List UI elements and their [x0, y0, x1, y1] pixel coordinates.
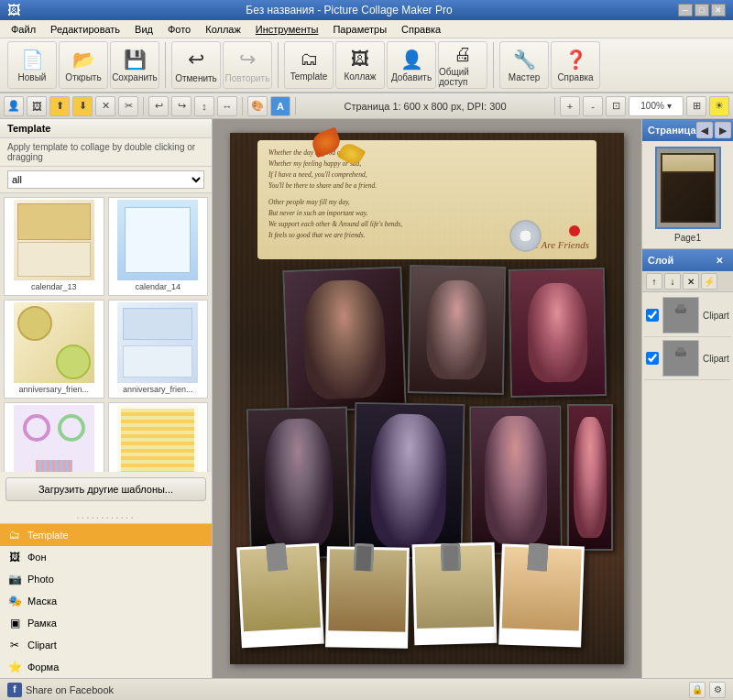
- template-thumb-aprilfools02: [14, 405, 94, 472]
- open-label: Открыть: [65, 72, 101, 82]
- help-button[interactable]: ❓ Справка: [551, 41, 600, 89]
- zoom-in-btn[interactable]: +: [560, 96, 580, 116]
- menu-photo[interactable]: Фото: [160, 22, 198, 37]
- filter-select[interactable]: all calendar anniversary april fools: [7, 170, 204, 189]
- menu-collage[interactable]: Коллаж: [198, 22, 248, 37]
- layer-item-fon[interactable]: 🖼 Фон: [0, 546, 212, 568]
- layer-item-template[interactable]: 🗂 Template: [0, 524, 212, 546]
- open-icon: 📂: [72, 49, 95, 71]
- template-item-calendar14[interactable]: calendar_14: [108, 197, 209, 296]
- t2-btn-11[interactable]: 🎨: [247, 96, 268, 116]
- layer-entry-2[interactable]: Clipart: [644, 337, 731, 380]
- t2-extra-2[interactable]: ☀: [709, 96, 729, 116]
- layer-thumb-1: [662, 297, 699, 334]
- minimize-button[interactable]: ─: [678, 4, 693, 16]
- template-item-aprilfools02[interactable]: april fools_02: [4, 402, 104, 472]
- share-button[interactable]: 🖨 Общий доступ: [438, 41, 487, 89]
- photo-upper-right-2[interactable]: [509, 268, 607, 398]
- photo-upper-right-1[interactable]: [408, 265, 506, 395]
- window-controls: ─ □ ✕: [678, 4, 726, 16]
- page-thumbnail[interactable]: [655, 147, 721, 229]
- template-item-anniversary2[interactable]: anniversary_frien...: [108, 300, 209, 399]
- close-button[interactable]: ✕: [711, 4, 726, 16]
- photo-mid-2[interactable]: [353, 402, 465, 560]
- t2-btn-9[interactable]: ↕: [194, 96, 214, 116]
- layer-delete-btn[interactable]: ✕: [683, 273, 699, 290]
- zoom-out-btn[interactable]: -: [583, 96, 603, 116]
- open-button[interactable]: 📂 Открыть: [59, 41, 108, 89]
- t2-extra-1[interactable]: ⊞: [686, 96, 706, 116]
- menu-tools[interactable]: Инструменты: [248, 22, 326, 37]
- fon-layer-icon: 🖼: [7, 550, 22, 564]
- bottom-btn-1[interactable]: 🔒: [689, 682, 706, 698]
- template-thumb-calendar14: [117, 200, 198, 280]
- bottom-btn-2[interactable]: ⚙: [709, 682, 726, 698]
- t2-btn-2[interactable]: 🖼: [27, 96, 47, 116]
- collage-button[interactable]: 🖼 Коллаж: [335, 41, 385, 89]
- photo-mid-4[interactable]: [567, 404, 613, 551]
- template-label-calendar14: calendar_14: [133, 280, 182, 293]
- t2-btn-6[interactable]: ✂: [118, 96, 138, 116]
- layer-check-1[interactable]: [646, 309, 659, 322]
- t2-sep-4: [554, 97, 555, 115]
- undo-button[interactable]: ↩ Отменить: [171, 41, 221, 89]
- load-more-button[interactable]: Загрузить другие шаблоны...: [5, 477, 206, 501]
- menu-params[interactable]: Параметры: [325, 22, 394, 37]
- template-label-anniversary2: anniversary_frien...: [121, 383, 195, 396]
- page-info: Страница 1: 600 x 800 px, DPI: 300: [301, 101, 550, 112]
- layer-panel-title: Слой: [648, 255, 673, 266]
- template-layer-icon: 🗂: [7, 528, 22, 542]
- page-nav-next[interactable]: ▶: [715, 122, 731, 138]
- template-item-calendar13[interactable]: calendar_13: [4, 197, 104, 296]
- layer-close[interactable]: ✕: [711, 252, 728, 268]
- t2-btn-10[interactable]: ↔: [217, 96, 237, 116]
- layer-down-btn[interactable]: ↓: [664, 273, 681, 290]
- facebook-label: Share on Facebook: [26, 684, 114, 695]
- page-thumb-inner: [661, 153, 716, 223]
- redo-button[interactable]: ↪ Повторить: [223, 41, 272, 89]
- layer-entry-1[interactable]: Clipart: [644, 294, 731, 337]
- layer-check-2[interactable]: [646, 352, 659, 365]
- layer-up-btn[interactable]: ↑: [646, 273, 662, 290]
- template-item-aprilfools03[interactable]: april fools_03: [108, 402, 209, 472]
- t2-btn-4[interactable]: ⬇: [72, 96, 93, 116]
- menubar: Файл Редактировать Вид Фото Коллаж Инстр…: [0, 20, 733, 38]
- layer-item-photo[interactable]: 📷 Photo: [0, 568, 212, 590]
- t2-btn-8[interactable]: ↪: [171, 96, 191, 116]
- facebook-share-button[interactable]: f Share on Facebook: [7, 683, 114, 697]
- layer-item-frame[interactable]: ▣ Рамка: [0, 612, 212, 634]
- save-button[interactable]: 💾 Сохранить: [110, 41, 159, 89]
- mask-layer-label: Маска: [27, 596, 57, 607]
- photo-large-center[interactable]: [282, 267, 406, 412]
- t2-btn-12[interactable]: A: [270, 96, 290, 116]
- wizard-icon: 🔧: [513, 49, 536, 71]
- template-button[interactable]: 🗂 Template: [284, 41, 334, 89]
- layer-item-clipart[interactable]: ✂ Clipart: [0, 634, 212, 656]
- save-label: Сохранить: [112, 72, 158, 82]
- t2-sep-3: [295, 97, 296, 115]
- menu-edit[interactable]: Редактировать: [43, 22, 127, 37]
- zoom-fit-btn[interactable]: ⊡: [606, 96, 626, 116]
- menu-view[interactable]: Вид: [127, 22, 160, 37]
- canvas-area[interactable]: Whether the day is good or bad, Whether …: [213, 119, 641, 678]
- photo-mid-1[interactable]: [246, 407, 351, 561]
- t2-btn-7[interactable]: ↩: [148, 96, 169, 116]
- page-nav-prev[interactable]: ◀: [696, 122, 713, 138]
- layer-item-shape[interactable]: ⭐ Форма: [0, 656, 212, 678]
- add-button[interactable]: 👤 Добавить: [387, 41, 436, 89]
- canvas-inner[interactable]: Whether the day is good or bad, Whether …: [230, 133, 624, 664]
- zoom-select-btn[interactable]: 100% ▾: [629, 96, 684, 116]
- template-item-anniversary1[interactable]: anniversary_frien...: [4, 300, 104, 399]
- t2-btn-1[interactable]: 👤: [4, 96, 24, 116]
- wizard-button[interactable]: 🔧 Мастер: [499, 41, 549, 89]
- t2-btn-5[interactable]: ✕: [95, 96, 115, 116]
- maximize-button[interactable]: □: [695, 4, 709, 16]
- menu-help[interactable]: Справка: [394, 22, 448, 37]
- menu-file[interactable]: Файл: [4, 22, 43, 37]
- layer-lightning-btn[interactable]: ⚡: [701, 273, 717, 290]
- layer-item-mask[interactable]: 🎭 Маска: [0, 590, 212, 612]
- new-button[interactable]: 📄 Новый: [7, 41, 57, 89]
- photo-mid-3[interactable]: [469, 406, 562, 555]
- t2-btn-3[interactable]: ⬆: [49, 96, 70, 116]
- template-thumb-anniversary1: [14, 302, 94, 383]
